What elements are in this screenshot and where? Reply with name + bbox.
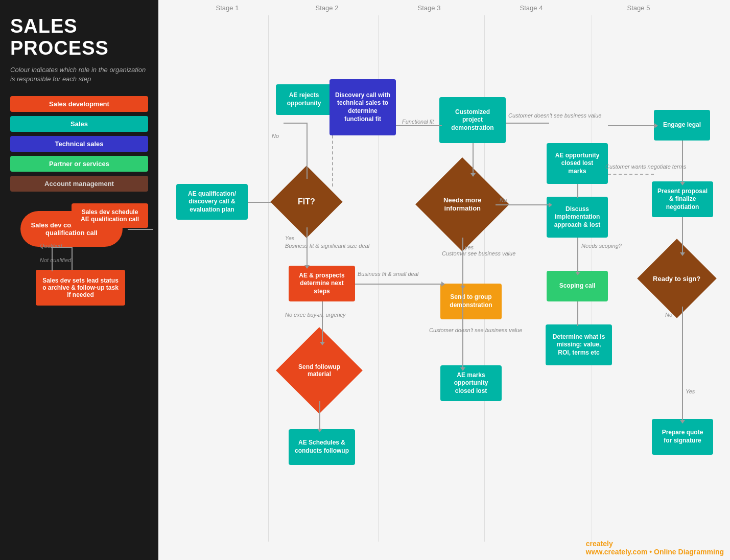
- left-panel: SALES PROCESS Colour indicates which rol…: [0, 0, 158, 560]
- demo-to-needs: [473, 143, 474, 174]
- no-label2: No: [500, 197, 507, 203]
- closed-to-discuss: [577, 184, 578, 198]
- yes-label2: yes: [465, 244, 474, 250]
- ae-marks-closed-lost-3: AE marks opportunity closed lost: [440, 365, 502, 401]
- dashed-negotiate: [608, 174, 654, 175]
- needs-more-wrap: Needs more information: [429, 171, 496, 238]
- send-followup-wrap: Send followup material: [289, 340, 350, 401]
- scoping-to-determine: [577, 301, 578, 326]
- stage3-header: Stage 3: [378, 4, 480, 12]
- ae-schedules: AE Schedules & conducts followup: [289, 429, 355, 465]
- ready-yes-down: [682, 337, 683, 421]
- stage1-header: Stage 1: [189, 4, 266, 12]
- not-qualified-label: Not qualified: [40, 257, 71, 263]
- fit-to-rejects-h: [284, 123, 307, 124]
- customer-no-value-top: Customer doesn't see business value: [508, 112, 601, 119]
- biz-fit-small: Business fit & small deal: [358, 271, 418, 277]
- no-label3: No: [665, 312, 672, 318]
- biz-fit-large: Business fit & significant size deal: [285, 243, 369, 249]
- stage2-header: Stage 2: [276, 4, 378, 12]
- stage4-header: Stage 4: [480, 4, 582, 12]
- demo-to-closed-lost: [506, 123, 549, 124]
- yes-label1: Yes: [285, 235, 294, 241]
- conn-h1: [51, 247, 73, 248]
- present-proposal: Present proposal & finalize negotiation: [652, 181, 713, 217]
- subtitle: Colour indicates which role in the organ…: [10, 65, 148, 84]
- ae-qualification: AE qualification/ discovery call & evalu…: [176, 184, 248, 220]
- determine-missing: Determine what is missing: value, ROI, t…: [546, 324, 612, 365]
- proposal-to-ready: [682, 217, 683, 253]
- ae-marks-closed-lost-4: AE opportunity closed lost marks: [547, 143, 608, 184]
- legal-to-proposal: [682, 141, 683, 182]
- left-flow: Sales dev conducts initial qualification…: [10, 211, 148, 545]
- discuss-to-scoping: [577, 238, 578, 272]
- legend-technical: Technical sales: [10, 136, 148, 152]
- stage5-header: Stage 5: [587, 4, 690, 12]
- to-engage-legal: [608, 125, 655, 126]
- customer-no-value-bot: Customer doesn't see business value: [429, 327, 522, 333]
- legend-account: Account management: [10, 176, 148, 192]
- fit-to-rejects-v: [307, 123, 308, 179]
- prospects-to-stage3: [355, 284, 442, 285]
- send-group-demo: Send to group demonstration: [440, 284, 502, 319]
- ae-rejects: AE rejects opportunity: [276, 84, 332, 115]
- conn1: [128, 229, 153, 230]
- no-label1: No: [272, 133, 279, 139]
- engage-legal: Engage legal: [654, 110, 710, 141]
- followup-to-schedules: [319, 401, 320, 429]
- scoping-call: Scoping call: [547, 271, 608, 301]
- fit-to-disc-v: [332, 135, 333, 186]
- customized-demo: Customized project demonstration: [439, 97, 506, 143]
- needs-scoping: Needs scoping?: [581, 243, 622, 249]
- functional-fit: Functional fit: [402, 119, 434, 125]
- divider3: [484, 15, 485, 542]
- sales-dev-schedule: Sales dev schedule AE qualification call: [72, 203, 148, 228]
- ready-to-sign-diamond: Ready to sign?: [637, 239, 717, 318]
- main-title: SALES PROCESS: [10, 15, 148, 59]
- needs-to-closed-lost: [462, 238, 463, 368]
- creately-url: www.creately.com • Online Diagramming: [586, 548, 724, 556]
- prepare-quote: Prepare quote for signature: [652, 419, 713, 455]
- ready-no-down: [682, 307, 683, 337]
- ae-prospects: AE & prospects determine next steps: [289, 266, 355, 301]
- legend-partner: Partner or services: [10, 156, 148, 172]
- no-exec-label: No exec buy-in, urgency: [285, 312, 346, 318]
- prospects-to-followup: [322, 301, 323, 342]
- ready-to-sign-wrap: Ready to sign?: [649, 250, 705, 307]
- legend-sales-dev: Sales development: [10, 96, 148, 112]
- creately-logo: creately www.creately.com • Online Diagr…: [586, 540, 724, 556]
- creately-name: creately: [586, 540, 613, 548]
- legend-sales: Sales: [10, 116, 148, 132]
- right-panel: Stage 1 Stage 2 Stage 3 Stage 4 Stage 5 …: [158, 0, 730, 560]
- qualified-label: Qualified: [40, 243, 62, 249]
- customer-negotiate: Customer wants negotiate terms: [605, 164, 686, 170]
- fit-diamond-wrap: FIT?: [281, 176, 332, 227]
- discuss-impl: Discuss implementation approach & lost: [547, 197, 608, 238]
- customer-see-value: Customer see business value: [442, 250, 515, 256]
- sales-dev-sets: Sales dev sets lead status o archive & f…: [36, 270, 125, 306]
- yes-label3: Yes: [686, 388, 695, 394]
- divider1: [268, 15, 269, 542]
- needs-to-stage4: [496, 204, 549, 205]
- conn-v2: [52, 247, 53, 271]
- discovery-call: Discovery call with technical sales to d…: [329, 79, 396, 135]
- disc-to-demo-h: [396, 125, 442, 126]
